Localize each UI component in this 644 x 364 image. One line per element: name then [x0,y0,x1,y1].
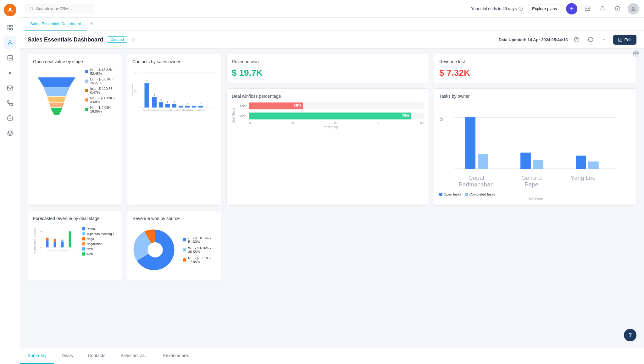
widget-tasks-owner: Tasks by owner 5 [434,88,636,206]
svg-text:Ramesh...: Ramesh... [143,109,151,111]
forecast-y-labels: Forecasted revenue [33,225,36,256]
svg-text:Ira Dariya: Ira Dariya [197,109,205,111]
svg-rect-3 [8,28,9,30]
svg-marker-22 [49,102,64,107]
svg-rect-46 [198,106,203,108]
help-circle-icon[interactable] [572,35,582,45]
revenue-won-value: $ 19.7K [232,68,424,78]
header-right: Data Updated: 14 Apr 2024 05:44:13 Edit [499,35,636,45]
svg-text:Yang Lee: Yang Lee [571,174,596,181]
svg-text:Expected close date – Quarter : Expected close date – Quarter of the Yea… [49,250,69,251]
legend-item: Ne... - $ 1.19K - 4.69% [85,96,117,104]
svg-text:5: 5 [439,115,443,122]
tab-bar: Sales Essentials Dashboard + [20,18,644,31]
pie-chart [132,225,178,275]
tasks-legend: Open tasks Completed tasks [439,192,631,196]
svg-text:$ 0: $ 0 [40,247,42,248]
svg-text:2: 2 [174,101,175,103]
svg-text:4: 4 [69,248,70,250]
app-logo[interactable] [4,4,16,16]
svg-point-90 [147,242,163,257]
dashboard-header: Sales Essentials Dashboard Curated ☆ Dat… [20,31,644,49]
sidebar-item-email[interactable] [4,82,16,94]
pencil-icon [618,37,623,42]
bell-icon[interactable] [597,4,608,14]
edit-button[interactable]: Edit [613,35,636,45]
pie-legend: -... - $ 10.16K - 51.60% W... - $ 6.02K … [183,236,216,264]
svg-point-5 [9,41,11,43]
svg-text:20: 20 [134,72,137,74]
svg-text:--: -- [140,109,141,111]
dashboard-content: Revenue won $ 19.7K Revenue lost $ 7.32K… [20,49,644,348]
svg-text:---: --- [73,248,75,250]
bottom-tab-revenue-breakdown[interactable]: Revenue bre... [155,348,199,364]
sidebar-item-chart[interactable] [4,52,16,64]
deal-stage-label: Deal Stage [232,108,235,123]
pie-container: -... - $ 10.16K - 51.60% W... - $ 6.02K … [132,225,216,275]
explore-plans-button[interactable]: Explore plans [528,4,561,13]
search-bar[interactable] [25,4,94,13]
svg-rect-67 [588,162,599,169]
info-icon [519,7,523,11]
svg-text:Fyodor...: Fyodor... [151,109,158,111]
bottom-tab-summary[interactable]: Summary [20,348,54,364]
tab-sales-essentials[interactable]: Sales Essentials Dashboard [25,18,86,30]
contacts-bar-chart: 20 10 Total Contacts 14 [132,68,216,112]
sidebar-item-rocket[interactable] [4,112,16,124]
sidebar-item-phone[interactable] [4,97,16,109]
forecast-legend: Demo In-person meeting 1 Nego Negotiatio… [82,227,117,256]
bottom-tab-deals[interactable]: Deals [54,348,80,364]
left-sidebar [0,0,20,364]
widget-contacts-owner: Contacts by sales owner 20 10 Total Cont… [127,54,221,206]
sidebar-item-home[interactable] [4,21,16,34]
deal-winloss-title: Deal win/loss percentage [232,94,424,99]
svg-point-0 [9,8,11,10]
sidebar-item-grid[interactable] [4,127,16,140]
svg-rect-77 [46,240,49,247]
lost-bar: 25% [249,102,303,109]
svg-rect-64 [520,153,531,169]
star-icon[interactable]: ☆ [131,37,136,43]
widget-revenue-source: Revenue won by source [127,211,221,280]
chevron-down-icon[interactable] [599,35,609,45]
add-button[interactable]: + [566,3,577,14]
help-button[interactable]: ? [624,329,636,341]
curated-badge: Curated [107,36,127,43]
tab-add-button[interactable]: + [86,18,97,30]
svg-text:$ 10K: $ 10K [40,230,43,232]
svg-text:Pepe: Pepe [525,181,538,188]
svg-point-16 [632,7,635,9]
svg-text:1: 1 [187,102,188,105]
forecast-bar-chart: $ 10K $ 0 [40,225,78,256]
widget-revenue-won: Revenue won $ 19.7K [226,54,429,83]
mail-icon[interactable] [582,4,592,14]
avatar[interactable] [628,3,639,14]
gift-icon[interactable] [633,50,639,58]
svg-rect-66 [576,156,586,169]
sidebar-item-contacts[interactable] [4,36,16,49]
legend-item: In... - $ 120.36 - 0.47% [85,87,117,94]
search-input[interactable] [36,6,86,11]
funnel-chart [33,68,80,124]
svg-text:Gopal: Gopal [468,174,484,181]
svg-rect-80 [54,239,56,242]
open-deal-title: Open deal value by stage [33,59,117,64]
svg-text:Padmanaban: Padmanaban [459,181,494,188]
svg-text:1: 1 [47,248,47,250]
task-owner-label: Task Owner [439,197,631,200]
sidebar-item-settings[interactable] [4,67,16,79]
trial-notice: Your trial ends in 49 days [471,6,523,11]
svg-rect-44 [192,106,196,108]
svg-marker-23 [50,108,63,115]
svg-rect-78 [46,237,49,240]
bottom-tab-contacts[interactable]: Contacts [80,348,113,364]
notification-icon[interactable] [613,4,623,14]
svg-rect-34 [159,102,163,108]
svg-text:6: 6 [154,94,155,96]
svg-text:1: 1 [200,102,201,105]
nav-right: Your trial ends in 49 days Explore plans… [471,3,639,14]
svg-point-7 [9,72,11,74]
won-label: Won [238,114,247,118]
bottom-tab-sales-activity[interactable]: Sales activit... [113,348,155,364]
refresh-icon[interactable] [586,35,596,45]
